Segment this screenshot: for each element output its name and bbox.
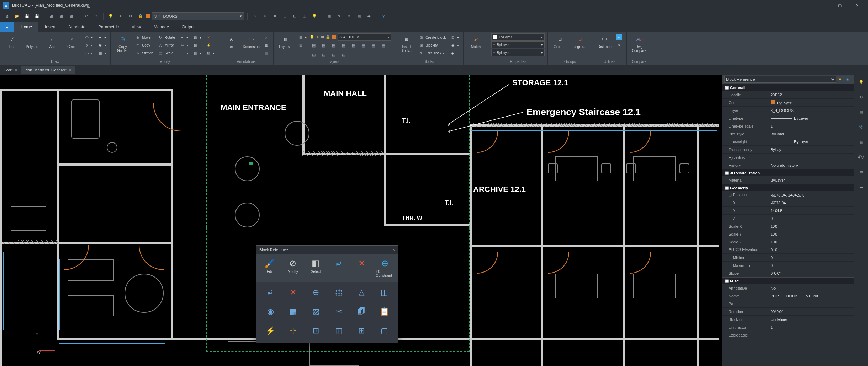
selection-type-selector[interactable]: Block Reference bbox=[724, 76, 836, 83]
lightbulb-icon[interactable]: 💡 bbox=[857, 77, 866, 87]
add-tab-button[interactable]: + bbox=[75, 66, 84, 74]
tool-icon[interactable]: ◈ bbox=[365, 12, 373, 21]
property-row[interactable]: Explodable bbox=[722, 331, 854, 339]
property-row[interactable]: Y1404.5 bbox=[722, 207, 854, 215]
quad-grid-button[interactable]: ✂ bbox=[328, 302, 350, 321]
quad-grid-button[interactable]: ◫ bbox=[328, 322, 350, 340]
tab-annotate[interactable]: Annotate bbox=[62, 22, 92, 32]
file-tab[interactable]: Plan_Modified_General*✕ bbox=[21, 66, 75, 74]
structure-icon[interactable]: ▦ bbox=[857, 137, 866, 146]
mirror-button[interactable]: △Mirror bbox=[156, 41, 176, 49]
block-more-button[interactable]: ⊡▾ bbox=[449, 33, 460, 41]
draw-more-button[interactable]: ✦▾ bbox=[96, 33, 107, 41]
filter-icon[interactable]: ▼ bbox=[836, 77, 844, 81]
start-tab[interactable]: Start✕ bbox=[1, 66, 21, 74]
property-row[interactable]: LinetypeByLayer bbox=[722, 114, 854, 122]
tool-icon[interactable]: ▦ bbox=[325, 12, 333, 21]
edit-block-button[interactable]: ✎Edit Block▾ bbox=[417, 49, 447, 57]
quad-grid-button[interactable]: ⊹ bbox=[282, 322, 304, 340]
quad-grid-button[interactable]: ⤾ bbox=[259, 283, 281, 302]
property-row[interactable]: Scale Y100 bbox=[722, 230, 854, 238]
blockify-button[interactable]: ⊞Blockify bbox=[417, 41, 447, 49]
group-button[interactable]: ⊞Group... bbox=[551, 33, 569, 49]
tool-icon[interactable]: 💡 bbox=[310, 12, 319, 21]
quad-grid-button[interactable]: ▢ bbox=[373, 322, 395, 340]
property-row[interactable]: Block unitUndefined bbox=[722, 316, 854, 323]
fx-icon[interactable]: f(x) bbox=[857, 152, 866, 161]
layer-tool-icon[interactable]: ▤ bbox=[329, 41, 338, 50]
layer-tool-icon[interactable]: ▤ bbox=[319, 50, 328, 59]
draw-more-button[interactable]: ⬭▾ bbox=[83, 33, 94, 41]
layer-tool-icon[interactable]: ▤ bbox=[309, 50, 318, 59]
lightbulb-icon[interactable]: 💡 bbox=[106, 12, 115, 21]
property-row[interactable]: LineweightByLayer bbox=[722, 138, 854, 146]
property-row[interactable]: Hyperlink bbox=[722, 154, 854, 161]
layer-tool-icon[interactable]: ▤ bbox=[349, 41, 358, 50]
quad-tool-2d-constraint[interactable]: ⊕2D Constraint bbox=[374, 257, 395, 279]
modify-more-button[interactable]: ▦▾ bbox=[191, 49, 203, 57]
drawing-canvas[interactable]: MAIN ENTRANCE MAIN HALL STORAGE 12.1 Eme… bbox=[0, 75, 722, 366]
tab-manage[interactable]: Manage bbox=[147, 22, 175, 32]
property-row[interactable]: AnnotativeNo bbox=[722, 284, 854, 292]
redo-icon[interactable]: ↷ bbox=[92, 12, 100, 21]
property-row[interactable]: MaterialByLayer bbox=[722, 176, 854, 184]
quad-grid-button[interactable]: ⿻ bbox=[328, 283, 350, 302]
color-selector[interactable]: ByLayer▾ bbox=[491, 33, 545, 41]
annot-more-button[interactable]: ↗ bbox=[262, 33, 270, 41]
layer-state-button[interactable]: ▤▾ bbox=[296, 33, 308, 41]
property-row[interactable]: Path bbox=[722, 300, 854, 308]
property-row[interactable]: HistoryNo undo history bbox=[722, 161, 854, 169]
quad-grid-button[interactable]: △ bbox=[350, 283, 372, 302]
close-icon[interactable]: ✕ bbox=[15, 68, 18, 72]
lock-icon[interactable]: 🔒 bbox=[136, 12, 145, 21]
layer-tool-icon[interactable]: ▤ bbox=[329, 50, 338, 59]
move-button[interactable]: ⊕Move bbox=[133, 33, 155, 41]
tool-icon[interactable]: ⊞ bbox=[280, 12, 289, 21]
quad-grid-button[interactable]: 🗐 bbox=[350, 302, 372, 321]
save-icon[interactable]: 💾 bbox=[23, 12, 31, 21]
modify-more-button[interactable]: ⊞ bbox=[191, 41, 203, 49]
dwg-compare-button[interactable]: ABDwg Compare bbox=[630, 33, 648, 53]
ribbon-layer-selector[interactable]: 3_4_DOORS▾ bbox=[338, 33, 391, 41]
property-row[interactable]: Slope0°0'0" bbox=[722, 269, 854, 277]
new-icon[interactable]: 🗎 bbox=[3, 12, 11, 21]
tool-icon[interactable]: ⊡ bbox=[290, 12, 299, 21]
saveall-icon[interactable]: 💾 bbox=[33, 12, 41, 21]
quad-grid-button[interactable]: ⊞ bbox=[350, 322, 372, 340]
util-button[interactable]: ↖ bbox=[615, 41, 624, 49]
print-preview-icon[interactable]: 🖶 bbox=[57, 12, 66, 21]
property-row[interactable]: Scale Z100 bbox=[722, 238, 854, 246]
close-icon[interactable]: ✕ bbox=[69, 68, 72, 72]
insert-block-button[interactable]: ⊞Insert Block... bbox=[397, 33, 416, 53]
draw-more-button[interactable]: ▦▾ bbox=[96, 49, 107, 57]
block-more-button[interactable]: ◉▾ bbox=[449, 41, 460, 49]
tab-output[interactable]: Output bbox=[175, 22, 201, 32]
copy-guided-button[interactable]: ⿻Copy Guided bbox=[113, 33, 132, 53]
layer-state-button[interactable]: ▤ bbox=[296, 41, 308, 49]
copy-button[interactable]: ⿻Copy bbox=[133, 41, 155, 49]
arc-button[interactable]: ◟Arc bbox=[43, 33, 61, 49]
draw-more-button[interactable]: ◊▾ bbox=[83, 41, 94, 49]
distance-button[interactable]: ⟷Distance bbox=[595, 33, 614, 49]
quad-tool-action[interactable]: ✕ bbox=[351, 257, 372, 279]
text-button[interactable]: AText bbox=[222, 33, 240, 49]
lineweight-selector[interactable]: ━ByLayer▾ bbox=[491, 49, 545, 56]
open-icon[interactable]: 📂 bbox=[13, 12, 21, 21]
layer-tool-icon[interactable]: ▤ bbox=[369, 41, 378, 50]
sun-icon[interactable]: ☀ bbox=[116, 12, 125, 21]
tool-icon[interactable]: ◫ bbox=[300, 12, 309, 21]
modify-more-button[interactable]: ⊡▾ bbox=[204, 49, 216, 57]
stretch-button[interactable]: ⇲Stretch bbox=[133, 49, 155, 57]
ungroup-button[interactable]: ⊟Ungrou... bbox=[571, 33, 589, 49]
quad-grid-button[interactable]: ✕ bbox=[282, 283, 304, 302]
draw-more-button[interactable]: ◉▾ bbox=[96, 41, 107, 49]
quad-tool-action[interactable]: ⤾ bbox=[328, 257, 349, 279]
property-row[interactable]: Scale X100 bbox=[722, 222, 854, 230]
circle-button[interactable]: ○Circle bbox=[63, 33, 81, 49]
property-row[interactable]: Unit factor1 bbox=[722, 323, 854, 331]
property-row[interactable]: Maximum0 bbox=[722, 262, 854, 269]
tab-insert[interactable]: Insert bbox=[38, 22, 62, 32]
rotate-button[interactable]: ↻Rotate bbox=[156, 33, 176, 41]
property-row[interactable]: X-6073.94 bbox=[722, 199, 854, 207]
layer-tool-icon[interactable]: ▤ bbox=[319, 41, 328, 50]
